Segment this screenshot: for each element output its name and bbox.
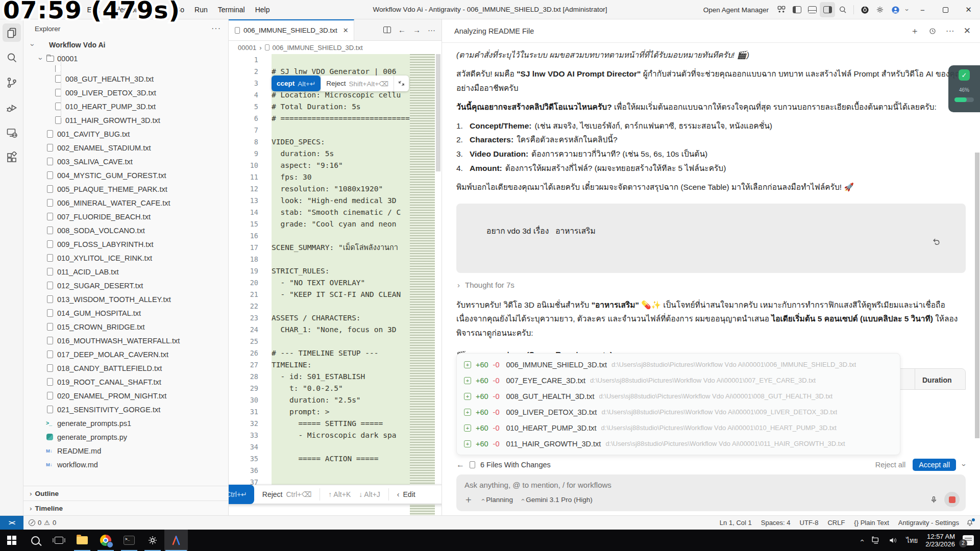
tree-item[interactable]: 018_CANDY_BATTLEFIELD.txt: [23, 361, 228, 375]
file-change-row[interactable]: + +60 -0 008_GUT_HEALTH_3D.txt d:\Users\…: [457, 388, 900, 404]
antigravity-icon[interactable]: [164, 530, 188, 551]
chrome-icon[interactable]: [94, 530, 117, 551]
open-agent-manager-button[interactable]: Open Agent Manager: [703, 6, 769, 14]
menu-item[interactable]: Edit: [82, 0, 105, 19]
tree-item[interactable]: 011_ACID_LAB.txt: [23, 265, 228, 279]
editor-more-icon[interactable]: ···: [428, 26, 435, 34]
back-icon[interactable]: ←: [398, 26, 406, 34]
tree-item[interactable]: 007_FLUORIDE_BEACH.txt: [23, 210, 228, 223]
remote-explorer-icon[interactable]: [3, 123, 21, 142]
statusbar-item[interactable]: UTF-8: [800, 519, 819, 527]
tree-item[interactable]: 001_CAVITY_BUG.txt: [23, 127, 228, 141]
language-indicator[interactable]: ไทย: [906, 535, 918, 546]
tree-item[interactable]: 017_DEEP_MOLAR_CAVERN.txt: [23, 347, 228, 361]
panel-close-icon[interactable]: ✕: [964, 26, 971, 36]
tree-item[interactable]: generate_prompts.ps1: [23, 416, 228, 430]
notifications-bell-icon[interactable]: [966, 519, 974, 527]
toggle-primary-sidebar-icon[interactable]: [789, 2, 804, 17]
tree-item[interactable]: generate_prompts.py: [23, 430, 228, 444]
menu-item[interactable]: Help: [250, 0, 275, 19]
edit-button[interactable]: ‹Edit: [389, 490, 424, 498]
history-icon[interactable]: [928, 27, 937, 35]
tree-item[interactable]: 006_MINERAL_WATER_CAFE.txt: [23, 196, 228, 210]
browser-icon[interactable]: [857, 2, 872, 17]
reject-all-button[interactable]: Reject all: [875, 461, 906, 469]
notification-center-icon[interactable]: 2: [963, 535, 974, 545]
menu-item[interactable]: Terminal: [213, 0, 250, 19]
collapse-widget-icon[interactable]: [394, 76, 409, 91]
menu-item[interactable]: Go: [169, 0, 189, 19]
tree-item[interactable]: 002_ENAMEL_STADIUM.txt: [23, 141, 228, 155]
accept-all-button[interactable]: Accept all: [913, 459, 956, 471]
tree-item[interactable]: 014_GUM_HOSPITAL.txt: [23, 306, 228, 320]
minimize-button[interactable]: −: [911, 0, 934, 19]
user-message[interactable]: อยาก vdo 3d เรื่อง อาหารเสริม: [456, 204, 966, 273]
tree-item[interactable]: [23, 65, 228, 72]
tree-item[interactable]: 019_ROOT_CANAL_SHAFT.txt: [23, 375, 228, 389]
expand-diff-icon[interactable]: +: [464, 393, 471, 400]
search-icon[interactable]: [835, 2, 850, 17]
tree-item[interactable]: 00001: [23, 52, 228, 65]
tree-item[interactable]: 011_HAIR_GROWTH_3D.txt: [23, 113, 228, 127]
mode-selector[interactable]: ›Planning: [481, 496, 513, 504]
tree-item[interactable]: 003_SALIVA_CAVE.txt: [23, 155, 228, 168]
menu-item[interactable]: Run: [189, 0, 213, 19]
tab-006-immune-shield[interactable]: 006_IMMUNE_SHIELD_3D.txt ✕: [229, 19, 354, 40]
statusbar-item[interactable]: {} Plain Text: [854, 519, 889, 527]
tree-item[interactable]: 015_CROWN_BRIDGE.txt: [23, 320, 228, 334]
tree-item[interactable]: 013_WISDOM_TOOTH_ALLEY.txt: [23, 292, 228, 306]
code-editor[interactable]: 1 2 # SJ lnw VDO Generator | 006 3 # Con…: [229, 54, 442, 515]
file-change-row[interactable]: + +60 -0 006_IMMUNE_SHIELD_3D.txt d:\Use…: [457, 357, 900, 372]
undo-icon[interactable]: [932, 209, 959, 274]
tree-item[interactable]: 016_MOUTHWASH_WATERFALL.txt: [23, 334, 228, 347]
tree-item[interactable]: 020_ENAMEL_PROM_NIGHT.txt: [23, 389, 228, 403]
toggle-panel-icon[interactable]: [804, 2, 820, 17]
file-change-row[interactable]: + +60 -0 009_LIVER_DETOX_3D.txt d:\Users…: [457, 404, 900, 420]
network-icon[interactable]: [870, 535, 880, 545]
file-explorer-icon[interactable]: [70, 530, 94, 551]
maximize-button[interactable]: [934, 0, 957, 19]
minimap[interactable]: [410, 54, 435, 515]
microphone-icon[interactable]: [929, 495, 938, 504]
run-and-debug-icon[interactable]: [3, 98, 21, 117]
chevron-down-icon[interactable]: ›: [960, 464, 969, 466]
agent-manager-icon[interactable]: [774, 2, 789, 17]
file-change-row[interactable]: + +60 -0 010_HEART_PUMP_3D.txt d:\Users\…: [457, 420, 900, 436]
expand-diff-icon[interactable]: +: [464, 424, 471, 432]
settings-icon[interactable]: [141, 530, 164, 551]
model-selector[interactable]: ›Gemini 3.1 Pro (High): [521, 496, 593, 504]
close-tab-icon[interactable]: ✕: [343, 27, 349, 34]
reject-changes-button[interactable]: RejectCtrl+⌫: [254, 490, 320, 498]
back-icon[interactable]: ←: [456, 460, 464, 469]
tree-item[interactable]: 021_SENSITIVITY_GORGE.txt: [23, 403, 228, 416]
prev-change-button[interactable]: ↑ Alt+K: [320, 490, 359, 498]
tree-item[interactable]: workflow.md: [23, 458, 228, 471]
add-context-icon[interactable]: ＋: [463, 493, 473, 506]
tree-item[interactable]: 004_MYSTIC_GUM_FOREST.txt: [23, 168, 228, 182]
tree-item[interactable]: 009_LIVER_DETOX_3D.txt: [23, 86, 228, 99]
close-button[interactable]: ✕: [957, 0, 980, 19]
expand-diff-icon[interactable]: +: [464, 440, 471, 447]
tree-item[interactable]: Workflow Vdo Ai: [23, 38, 228, 52]
statusbar-item[interactable]: CRLF: [827, 519, 845, 527]
reject-button[interactable]: RejectShift+Alt+⌫: [321, 76, 394, 91]
speaker-icon[interactable]: [888, 535, 898, 545]
file-change-row[interactable]: + +60 -0 007_EYE_CARE_3D.txt d:\Users\sj…: [457, 372, 900, 388]
extensions-icon[interactable]: [3, 148, 21, 167]
problems-indicator[interactable]: 0 ⚠ 0: [29, 519, 56, 527]
task-view-icon[interactable]: [47, 530, 70, 551]
menu-item[interactable]: Selection: [105, 0, 144, 19]
source-control-icon[interactable]: [3, 73, 21, 92]
clock[interactable]: 12:57 AM2/23/2026: [925, 533, 955, 548]
menu-item[interactable]: File: [60, 0, 82, 19]
editor-scrollbar[interactable]: [435, 54, 442, 515]
account-chevron-icon[interactable]: ›: [903, 2, 911, 17]
accept-changes-button[interactable]: gesCtrl+↵: [229, 485, 254, 504]
statusbar-item[interactable]: Antigravity - Settings: [898, 519, 959, 527]
tree-item[interactable]: 009_FLOSS_LABYRINTH.txt: [23, 237, 228, 251]
sidebar-section[interactable]: › Timeline: [23, 500, 228, 515]
expand-diff-icon[interactable]: +: [464, 361, 471, 368]
taskbar-search-icon[interactable]: [23, 530, 47, 551]
floating-progress-widget[interactable]: ✓ 46%: [948, 65, 980, 112]
split-editor-icon[interactable]: [383, 27, 391, 33]
